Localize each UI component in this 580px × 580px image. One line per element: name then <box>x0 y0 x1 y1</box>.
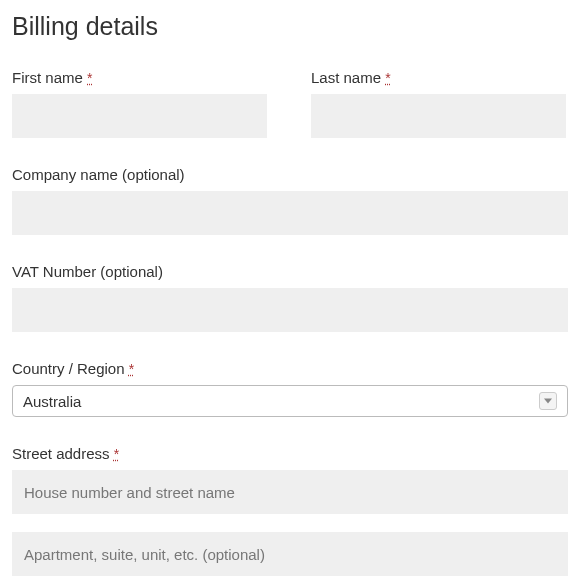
field-street: Street address * <box>12 445 568 576</box>
country-label: Country / Region * <box>12 360 568 377</box>
required-marker: * <box>129 361 134 377</box>
last-name-label-text: Last name <box>311 69 381 86</box>
country-selected-value: Australia <box>23 393 539 410</box>
required-marker: * <box>114 446 119 462</box>
street-label-text: Street address <box>12 445 110 462</box>
required-marker: * <box>385 70 390 86</box>
field-last-name: Last name * <box>311 69 566 138</box>
vat-label: VAT Number (optional) <box>12 263 568 280</box>
company-input[interactable] <box>12 191 568 235</box>
street-label: Street address * <box>12 445 568 462</box>
page-title: Billing details <box>12 12 568 41</box>
last-name-input[interactable] <box>311 94 566 138</box>
street-input-1[interactable] <box>12 470 568 514</box>
chevron-down-icon <box>539 392 557 410</box>
country-label-text: Country / Region <box>12 360 125 377</box>
first-name-label: First name * <box>12 69 267 86</box>
required-marker: * <box>87 70 92 86</box>
field-first-name: First name * <box>12 69 267 138</box>
country-select[interactable]: Australia <box>12 385 568 417</box>
first-name-label-text: First name <box>12 69 83 86</box>
field-vat: VAT Number (optional) <box>12 263 568 332</box>
street-input-2[interactable] <box>12 532 568 576</box>
field-company: Company name (optional) <box>12 166 568 235</box>
company-label: Company name (optional) <box>12 166 568 183</box>
first-name-input[interactable] <box>12 94 267 138</box>
vat-input[interactable] <box>12 288 568 332</box>
last-name-label: Last name * <box>311 69 566 86</box>
field-country: Country / Region * Australia <box>12 360 568 417</box>
